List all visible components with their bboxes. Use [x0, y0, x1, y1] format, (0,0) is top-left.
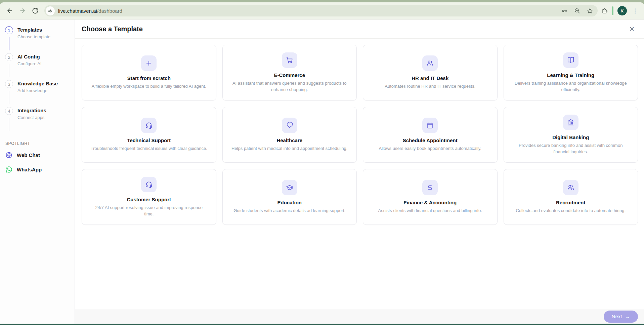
- address-bar[interactable]: live.chatmaven.ai/dashboard: [44, 5, 598, 16]
- card-title: Healthcare: [276, 137, 302, 143]
- template-picker-panel: Choose a Template ✕ Start from scratch A…: [75, 19, 644, 324]
- card-description: Delivers training assistance and organiz…: [512, 80, 630, 93]
- card-title: Recruitment: [556, 200, 586, 205]
- card-title: Digital Banking: [552, 134, 589, 140]
- cart-icon: [286, 56, 293, 64]
- calendar-icon: [426, 122, 434, 129]
- graduation-cap-icon: [286, 184, 293, 191]
- card-title: Technical Support: [127, 137, 171, 143]
- zoom-out-icon[interactable]: [574, 8, 580, 14]
- step-label[interactable]: Templates: [17, 26, 75, 33]
- sidebar-step-templates[interactable]: 1 Templates Choose template: [0, 26, 75, 53]
- card-title: HR and IT Desk: [412, 75, 448, 81]
- card-description: 24/7 AI support resolving issue and impr…: [90, 205, 208, 217]
- card-title: Start from scratch: [127, 75, 171, 81]
- url-text[interactable]: live.chatmaven.ai/dashboard: [58, 8, 122, 14]
- panel-header: Choose a Template ✕: [75, 19, 644, 39]
- extensions-icon[interactable]: [602, 8, 608, 14]
- step-connector: [9, 64, 9, 77]
- forward-icon: [19, 7, 26, 14]
- headset-icon: [145, 122, 153, 129]
- profile-avatar[interactable]: K: [617, 6, 627, 15]
- forward-button[interactable]: [16, 4, 29, 17]
- panel-footer: Next →: [75, 309, 644, 324]
- reload-button[interactable]: [29, 4, 42, 17]
- sidebar-step-knowledge-base[interactable]: 3 Knowledge Base Add knowledge: [0, 80, 75, 107]
- site-settings-icon: [48, 8, 53, 13]
- step-sublabel: Choose template: [17, 34, 75, 39]
- sidebar-step-ai-config[interactable]: 2 AI Config Configure AI: [0, 53, 75, 80]
- reload-icon: [32, 7, 39, 14]
- card-title: Learning & Training: [547, 72, 594, 78]
- step-number-badge: 1: [5, 26, 13, 34]
- template-card-start-from-scratch[interactable]: Start from scratch A flexible empty work…: [82, 45, 216, 100]
- card-title: Education: [277, 200, 302, 205]
- close-icon[interactable]: ✕: [628, 25, 636, 34]
- back-icon: [6, 7, 13, 14]
- card-description: AI assistant that answers queries and su…: [231, 80, 349, 93]
- step-sublabel: Configure AI: [17, 61, 75, 66]
- password-key-icon[interactable]: [561, 8, 567, 14]
- whatsapp-icon: [5, 166, 12, 173]
- bank-icon: [567, 119, 574, 126]
- spotlight-item-label: Web Chat: [17, 152, 40, 158]
- url-host: live.chatmaven.ai: [58, 8, 97, 14]
- card-description: Helps patient with medical info and appo…: [231, 146, 347, 152]
- card-title: Customer Support: [127, 197, 171, 202]
- book-icon: [567, 56, 574, 64]
- step-sublabel: Connect apps: [17, 115, 75, 120]
- template-card-hr-and-it-desk[interactable]: HR and IT Desk Automates routine HR and …: [363, 45, 498, 100]
- template-card-digital-banking[interactable]: Digital Banking Provides secure banking …: [504, 107, 638, 163]
- template-card-e-commerce[interactable]: E-Commerce AI assistant that answers que…: [222, 45, 357, 100]
- wizard-sidebar: 1 Templates Choose template 2 AI Config …: [0, 19, 75, 324]
- spotlight-item-label: WhatsApp: [17, 167, 42, 172]
- site-info-button[interactable]: [46, 6, 55, 15]
- step-number-badge: 2: [5, 53, 13, 61]
- card-title: Schedule Appointment: [403, 137, 458, 143]
- browser-toolbar: live.chatmaven.ai/dashboard K ⋮: [0, 2, 644, 19]
- extension-indicator-bar: [612, 6, 613, 15]
- card-description: Allows users easily book appointments au…: [379, 146, 481, 152]
- template-card-customer-support[interactable]: Customer Support 24/7 AI support resolvi…: [82, 169, 216, 225]
- card-description: A flexible empty workspace to build a fu…: [92, 83, 206, 90]
- browser-menu-button[interactable]: ⋮: [631, 8, 639, 14]
- template-card-grid: Start from scratch A flexible empty work…: [82, 45, 638, 225]
- template-card-recruitment[interactable]: Recruitment Collects and evaluates condi…: [504, 169, 638, 225]
- step-connector: [9, 37, 9, 50]
- step-label[interactable]: Knowledge Base: [17, 80, 75, 86]
- card-description: Troubleshoots frequent technical issues …: [91, 146, 207, 152]
- arrow-right-icon: →: [625, 314, 630, 319]
- card-title: Finance & Accounting: [403, 200, 457, 205]
- globe-icon: [5, 152, 12, 159]
- url-path: /dashboard: [97, 8, 122, 14]
- next-button-label: Next: [612, 314, 622, 319]
- back-button[interactable]: [3, 4, 16, 17]
- template-card-technical-support[interactable]: Technical Support Troubleshoots frequent…: [82, 107, 216, 163]
- sidebar-item-whatsapp[interactable]: WhatsApp: [0, 162, 75, 177]
- sidebar-item-web-chat[interactable]: Web Chat: [0, 148, 75, 162]
- spotlight-heading: SPOTLIGHT: [5, 141, 75, 146]
- users-icon: [567, 184, 574, 191]
- template-card-education[interactable]: Education Guide students with academic d…: [222, 169, 357, 225]
- heart-icon: [286, 122, 293, 129]
- card-description: Assists clients with financial questions…: [378, 208, 482, 214]
- users-icon: [426, 59, 434, 67]
- template-card-schedule-appointment[interactable]: Schedule Appointment Allows users easily…: [363, 107, 498, 163]
- step-connector: [9, 91, 9, 104]
- card-description: Provides secure banking info and assist …: [512, 143, 630, 155]
- template-card-finance-accounting[interactable]: Finance & Accounting Assists clients wit…: [363, 169, 498, 225]
- sidebar-step-integrations[interactable]: 4 Integrations Connect apps: [0, 107, 75, 134]
- step-label[interactable]: Integrations: [17, 107, 75, 113]
- next-button[interactable]: Next →: [604, 311, 638, 323]
- window-bottom-edge: [0, 324, 644, 325]
- step-sublabel: Add knowledge: [17, 88, 75, 93]
- step-label[interactable]: AI Config: [17, 53, 75, 59]
- card-description: Collects and evaluates condidate info to…: [516, 208, 626, 214]
- card-description: Guide students with academic details ad …: [233, 208, 345, 214]
- bookmark-star-icon[interactable]: [587, 8, 593, 14]
- template-card-healthcare[interactable]: Healthcare Helps patient with medical in…: [222, 107, 357, 163]
- headset-icon: [145, 181, 153, 188]
- template-card-learning-training[interactable]: Learning & Training Delivers training as…: [504, 45, 638, 100]
- browser-chrome: live.chatmaven.ai/dashboard K ⋮: [0, 0, 644, 19]
- dollar-icon: [426, 184, 434, 191]
